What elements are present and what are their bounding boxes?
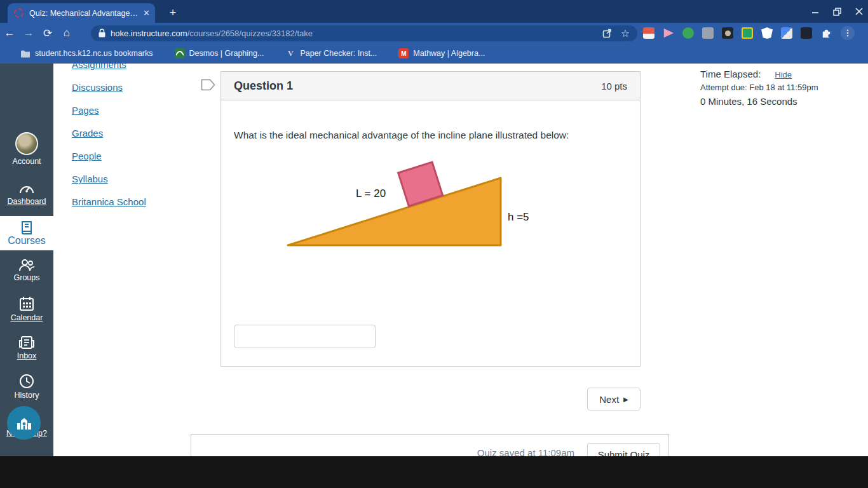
extensions-row: ⋮ [643, 23, 855, 43]
quiz-saved-status: Quiz saved at 11:09am [477, 447, 574, 456]
course-nav-pages[interactable]: Pages [72, 105, 99, 116]
desmos-icon [175, 48, 185, 58]
course-nav-grades[interactable]: Grades [72, 128, 103, 139]
sidebar-item-calendar[interactable]: Calendar [0, 296, 53, 322]
window-controls [811, 0, 863, 23]
url-path: /courses/2658/quizzes/33182/take [187, 29, 313, 38]
forward-icon[interactable]: → [19, 27, 38, 39]
close-window-icon[interactable] [855, 8, 863, 15]
lock-icon [98, 29, 105, 37]
question-title: Question 1 [234, 79, 293, 93]
course-nav-syllabus[interactable]: Syllabus [72, 173, 108, 184]
sidebar-item-groups[interactable]: Groups [0, 259, 53, 282]
next-label: Next [599, 394, 619, 405]
bookmarks-bar: student.hcs.k12.nc.us bookmarks Desmos |… [0, 43, 868, 64]
open-in-new-icon[interactable] [602, 29, 612, 38]
extension-play-icon[interactable] [663, 27, 674, 39]
window-frame: Quiz: Mechanical Advantage Pro ✕ + [0, 0, 868, 23]
sidebar-item-courses[interactable]: Courses [0, 216, 53, 250]
bookmark-paper-checker[interactable]: V Paper Checker: Inst... [285, 48, 377, 58]
sidebar-item-label: Dashboard [0, 197, 53, 206]
bookmark-star-icon[interactable]: ☆ [621, 27, 630, 39]
hide-timer-link[interactable]: Hide [775, 70, 792, 79]
incline-plane-figure: L = 20 h =5 [278, 151, 552, 258]
mathway-icon: M [398, 48, 409, 58]
figure-length-label: L = 20 [356, 187, 386, 200]
sidebar-item-label: Inbox [0, 351, 53, 360]
bookmark-label: Mathway | Algebra... [413, 49, 485, 58]
incline-triangle [288, 178, 501, 245]
sidebar-item-history[interactable]: History [0, 374, 53, 400]
bookmark-folder[interactable]: student.hcs.k12.nc.us bookmarks [20, 49, 153, 58]
avatar [15, 132, 38, 155]
answer-input[interactable] [234, 325, 376, 348]
new-tab-button[interactable]: + [165, 5, 180, 20]
course-nav-britannica[interactable]: Britannica School [72, 196, 146, 207]
history-clock-icon [19, 374, 34, 389]
bookmark-label: student.hcs.k12.nc.us bookmarks [35, 49, 153, 58]
course-nav-assignments[interactable]: Assignments [72, 64, 126, 70]
inbox-icon [18, 336, 35, 349]
extensions-puzzle-icon[interactable] [820, 27, 832, 39]
question-header: Question 1 10 pts [221, 72, 640, 100]
course-nav-people[interactable]: People [72, 151, 102, 161]
browser-toolbar: ← → ⟳ ⌂ hoke.instructure.com/courses/265… [0, 23, 868, 43]
courses-book-icon [19, 220, 34, 235]
quiz-footer: Quiz saved at 11:09am Submit Quiz [191, 434, 669, 456]
next-button[interactable]: Next ▶ [587, 388, 641, 410]
browser-menu-icon[interactable]: ⋮ [841, 26, 855, 40]
attempt-due-text: Attempt due: Feb 18 at 11:59pm [700, 83, 865, 92]
question-text: What is the ideal mechanical advantage o… [234, 130, 569, 141]
calendar-icon [19, 296, 34, 311]
course-nav-discussions[interactable]: Discussions [72, 82, 123, 93]
extension-classroom-icon[interactable] [742, 27, 753, 39]
restore-icon[interactable] [833, 8, 841, 16]
bookmark-desmos[interactable]: Desmos | Graphing... [175, 48, 264, 58]
home-icon[interactable]: ⌂ [57, 27, 76, 39]
extension-stack-icon[interactable] [702, 27, 714, 39]
bookmark-mathway[interactable]: M Mathway | Algebra... [398, 48, 485, 58]
sidebar-item-label: Calendar [0, 313, 53, 322]
tab-favicon-icon [14, 8, 24, 18]
canvas-global-nav: Account Dashboard Courses Groups Calenda… [0, 64, 53, 456]
next-caret-icon: ▶ [623, 396, 628, 403]
browser-tab[interactable]: Quiz: Mechanical Advantage Pro ✕ [8, 3, 155, 23]
url-host: hoke.instructure.com [111, 29, 187, 38]
school-building-icon [16, 416, 32, 431]
sidebar-item-inbox[interactable]: Inbox [0, 336, 53, 360]
timer-panel: Time Elapsed: Hide Attempt due: Feb 18 a… [700, 69, 865, 107]
dashboard-icon [18, 181, 35, 195]
address-bar[interactable]: hoke.instructure.com/courses/2658/quizze… [91, 25, 637, 41]
screen: Quiz: Mechanical Advantage Pro ✕ + ← → ⟳… [0, 0, 868, 488]
question-panel: Question 1 10 pts What is the ideal mech… [220, 71, 641, 367]
extension-photos-icon[interactable] [643, 27, 654, 39]
question-flag-icon[interactable] [201, 79, 215, 91]
taskbar: P [0, 456, 868, 488]
sidebar-item-label: Account [0, 157, 53, 166]
figure-height-label: h =5 [508, 211, 529, 223]
tab-close-icon[interactable]: ✕ [143, 8, 150, 18]
groups-icon [18, 259, 36, 271]
bookmark-label: Desmos | Graphing... [189, 49, 264, 58]
extension-green-dot-icon[interactable] [682, 27, 694, 39]
sidebar-item-account[interactable]: Account [0, 132, 53, 166]
extension-translate-icon[interactable] [781, 27, 792, 39]
sidebar-item-label: Groups [0, 273, 53, 282]
time-elapsed-label: Time Elapsed: [700, 69, 761, 79]
sidebar-item-label: History [0, 391, 53, 400]
tab-title: Quiz: Mechanical Advantage Pro [29, 9, 139, 18]
reload-icon[interactable]: ⟳ [38, 27, 57, 40]
extension-badge-icon[interactable] [801, 27, 812, 39]
back-icon[interactable]: ← [0, 27, 19, 39]
submit-quiz-button[interactable]: Submit Quiz [587, 443, 660, 456]
classlink-help-button[interactable] [7, 406, 41, 440]
minimize-icon[interactable] [811, 8, 819, 15]
extension-shield-icon[interactable] [761, 27, 773, 39]
url-text: hoke.instructure.com/courses/2658/quizze… [111, 29, 602, 38]
sidebar-item-dashboard[interactable]: Dashboard [0, 181, 53, 206]
page-content: Account Dashboard Courses Groups Calenda… [0, 64, 868, 456]
sidebar-item-label: Courses [0, 235, 53, 247]
folder-icon [20, 50, 31, 58]
bookmark-label: Paper Checker: Inst... [300, 49, 377, 58]
question-points: 10 pts [601, 81, 627, 92]
